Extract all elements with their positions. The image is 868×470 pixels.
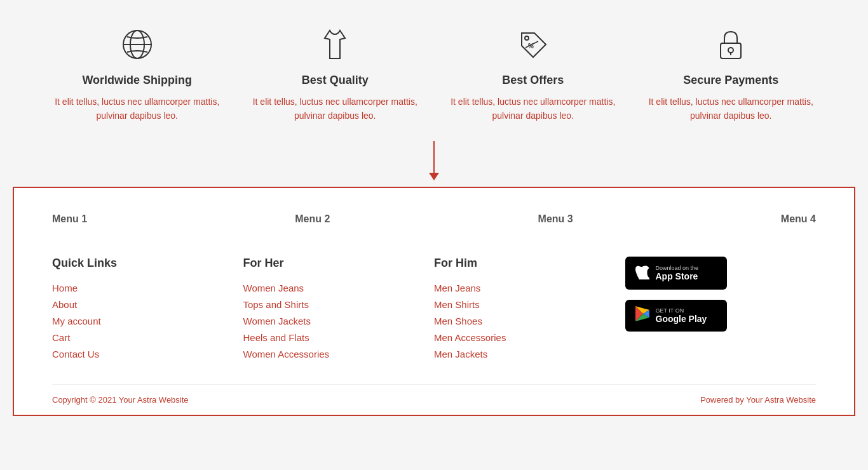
list-item: Contact Us: [52, 349, 243, 360]
worldwide-shipping-desc: It elit tellus, luctus nec ullamcorper m…: [48, 95, 226, 123]
men-jeans-link[interactable]: Men Jeans: [434, 283, 480, 293]
footer-menus-row: Menu 1 Menu 2 Menu 3 Menu 4: [52, 213, 816, 238]
best-quality-desc: It elit tellus, luctus nec ullamcorper m…: [246, 95, 424, 123]
secure-payments-title: Secure Payments: [642, 74, 820, 87]
list-item: My account: [52, 316, 243, 327]
google-play-icon: [635, 306, 649, 325]
for-him-col: For Him Men Jeans Men Shirts Men Shoes M…: [434, 257, 625, 365]
google-play-button[interactable]: GET IT ON Google Play: [625, 300, 727, 332]
lock-icon: [712, 25, 750, 64]
women-jackets-link[interactable]: Women Jackets: [243, 316, 311, 326]
copyright-text: Copyright © 2021 Your Astra Website: [52, 395, 189, 405]
for-him-title: For Him: [434, 257, 625, 270]
feature-best-offers: % Best Offers It elit tellus, luctus nec…: [444, 25, 622, 123]
list-item: About: [52, 299, 243, 311]
myaccount-link[interactable]: My account: [52, 316, 101, 326]
for-her-title: For Her: [243, 257, 435, 270]
list-item: Women Accessories: [243, 349, 435, 360]
footer-bottom: Copyright © 2021 Your Astra Website Powe…: [52, 384, 816, 415]
svg-rect-6: [721, 43, 741, 58]
list-item: Men Jeans: [434, 283, 625, 294]
svg-point-3: [525, 36, 529, 40]
heels-flats-link[interactable]: Heels and Flats: [243, 332, 309, 343]
tops-shirts-link[interactable]: Tops and Shirts: [243, 299, 309, 310]
best-offers-desc: It elit tellus, luctus nec ullamcorper m…: [444, 95, 622, 123]
list-item: Heels and Flats: [243, 332, 435, 344]
feature-secure-payments: Secure Payments It elit tellus, luctus n…: [642, 25, 820, 123]
list-item: Cart: [52, 332, 243, 344]
footer-columns: Quick Links Home About My account Cart C…: [52, 257, 816, 384]
feature-best-quality: Best Quality It elit tellus, luctus nec …: [246, 25, 424, 123]
app-store-button[interactable]: Download on the App Store: [625, 257, 727, 290]
features-section: Worldwide Shipping It elit tellus, luctu…: [0, 0, 868, 142]
app-store-text: Download on the App Store: [656, 265, 699, 281]
for-her-list: Women Jeans Tops and Shirts Women Jacket…: [243, 283, 435, 360]
men-jackets-link[interactable]: Men Jackets: [434, 349, 487, 359]
feature-worldwide-shipping: Worldwide Shipping It elit tellus, luctu…: [48, 25, 226, 123]
quick-links-col: Quick Links Home About My account Cart C…: [52, 257, 243, 365]
list-item: Women Jeans: [243, 283, 435, 294]
best-quality-title: Best Quality: [246, 74, 424, 87]
quick-links-list: Home About My account Cart Contact Us: [52, 283, 243, 360]
for-her-col: For Her Women Jeans Tops and Shirts Wome…: [243, 257, 435, 365]
about-link[interactable]: About: [52, 299, 77, 310]
men-accessories-link[interactable]: Men Accessories: [434, 332, 506, 343]
menu-1-label: Menu 1: [52, 213, 87, 225]
best-offers-title: Best Offers: [444, 74, 622, 87]
men-shoes-link[interactable]: Men Shoes: [434, 316, 482, 326]
cart-link[interactable]: Cart: [52, 332, 70, 343]
footer-section: Menu 1 Menu 2 Menu 3 Menu 4 Quick Links …: [13, 187, 855, 416]
list-item: Tops and Shirts: [243, 299, 435, 311]
arrow-line: [433, 141, 435, 173]
list-item: Men Shoes: [434, 316, 625, 327]
contact-link[interactable]: Contact Us: [52, 349, 99, 359]
women-accessories-link[interactable]: Women Accessories: [243, 349, 330, 359]
list-item: Men Shirts: [434, 299, 625, 311]
svg-point-7: [728, 48, 733, 53]
globe-icon: [118, 25, 156, 64]
list-item: Women Jackets: [243, 316, 435, 327]
dress-icon: [316, 25, 354, 64]
for-him-list: Men Jeans Men Shirts Men Shoes Men Acces…: [434, 283, 625, 360]
powered-text: Powered by Your Astra Website: [700, 395, 816, 405]
worldwide-shipping-title: Worldwide Shipping: [48, 74, 226, 87]
svg-text:%: %: [528, 43, 534, 50]
apple-icon: [635, 263, 649, 283]
home-link[interactable]: Home: [52, 283, 78, 293]
app-store-large: App Store: [656, 271, 699, 281]
list-item: Home: [52, 283, 243, 294]
google-play-large: Google Play: [656, 314, 707, 324]
list-item: Men Accessories: [434, 332, 625, 344]
men-shirts-link[interactable]: Men Shirts: [434, 299, 480, 310]
list-item: Men Jackets: [434, 349, 625, 360]
women-jeans-link[interactable]: Women Jeans: [243, 283, 304, 293]
app-store-small: Download on the: [656, 265, 699, 271]
tag-icon: %: [514, 25, 552, 64]
quick-links-title: Quick Links: [52, 257, 243, 270]
secure-payments-desc: It elit tellus, luctus nec ullamcorper m…: [642, 95, 820, 123]
app-buttons-col: Download on the App Store: [625, 257, 817, 365]
menu-3-label: Menu 3: [538, 213, 573, 225]
menu-4-label: Menu 4: [781, 213, 816, 225]
menu-2-label: Menu 2: [295, 213, 330, 225]
arrow-head: [429, 173, 439, 180]
arrow-indicator: [429, 141, 439, 180]
google-play-small: GET IT ON: [656, 307, 707, 314]
app-buttons-container: Download on the App Store: [625, 257, 817, 332]
google-play-text: GET IT ON Google Play: [656, 307, 707, 324]
